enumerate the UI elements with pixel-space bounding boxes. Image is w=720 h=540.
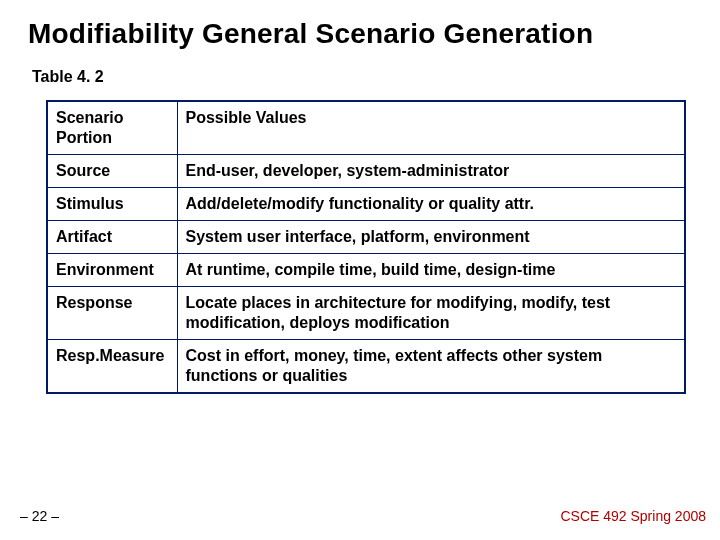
cell-values: System user interface, platform, environ… bbox=[177, 221, 685, 254]
table-row: Artifact System user interface, platform… bbox=[47, 221, 685, 254]
table-caption: Table 4. 2 bbox=[32, 68, 692, 86]
cell-values: Locate places in architecture for modify… bbox=[177, 287, 685, 340]
cell-portion: Response bbox=[47, 287, 177, 340]
cell-values: End-user, developer, system-administrato… bbox=[177, 155, 685, 188]
header-possible-values: Possible Values bbox=[177, 101, 685, 155]
slide: Modifiability General Scenario Generatio… bbox=[0, 0, 720, 540]
cell-portion: Source bbox=[47, 155, 177, 188]
cell-portion: Resp.Measure bbox=[47, 340, 177, 394]
header-scenario-portion: Scenario Portion bbox=[47, 101, 177, 155]
table-row: Response Locate places in architecture f… bbox=[47, 287, 685, 340]
table-row: Environment At runtime, compile time, bu… bbox=[47, 254, 685, 287]
page-number: – 22 – bbox=[20, 508, 59, 524]
page-title: Modifiability General Scenario Generatio… bbox=[28, 18, 692, 50]
cell-values: At runtime, compile time, build time, de… bbox=[177, 254, 685, 287]
table-row: Stimulus Add/delete/modify functionality… bbox=[47, 188, 685, 221]
table-row: Source End-user, developer, system-admin… bbox=[47, 155, 685, 188]
cell-portion: Artifact bbox=[47, 221, 177, 254]
cell-portion: Environment bbox=[47, 254, 177, 287]
course-footer: CSCE 492 Spring 2008 bbox=[560, 508, 706, 524]
cell-portion: Stimulus bbox=[47, 188, 177, 221]
cell-values: Cost in effort, money, time, extent affe… bbox=[177, 340, 685, 394]
cell-values: Add/delete/modify functionality or quali… bbox=[177, 188, 685, 221]
table-row: Resp.Measure Cost in effort, money, time… bbox=[47, 340, 685, 394]
table-header-row: Scenario Portion Possible Values bbox=[47, 101, 685, 155]
scenario-table: Scenario Portion Possible Values Source … bbox=[46, 100, 686, 394]
